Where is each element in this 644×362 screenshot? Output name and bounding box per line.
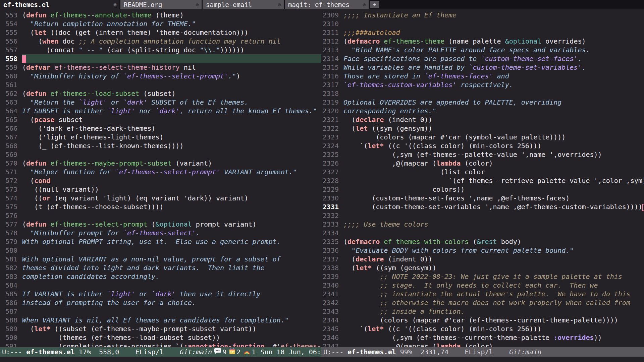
code-line[interactable]: 2319Optional OVERRIDES are appended to P… [321,98,644,107]
code-line[interactable]: 2343 ;; inside a function. [321,307,644,316]
code-line[interactable]: 561 [0,80,321,89]
code-line[interactable]: 2309;;;; Instantiate an Ef theme [321,11,644,19]
close-icon[interactable]: ⊗ [278,1,281,8]
tab-ef-themes-el[interactable]: ef-themes.el⊗ [0,0,119,9]
code-text: ;; stage. It only needs to collect each … [343,281,644,290]
code-area-left[interactable]: 553(defun ef-themes--annotate-theme (the… [0,9,321,347]
code-line[interactable]: 558 [0,54,321,63]
code-line[interactable]: 569 [0,150,321,159]
code-line[interactable]: 580 [0,246,321,255]
code-area-right[interactable]: 2309;;;; Instantiate an Ef theme23102311… [321,9,644,347]
speech-bubble-badge[interactable]: 9 [214,348,226,356]
code-line[interactable]: 568 (_ (ef-themes--list-known-themes)))) [0,141,321,150]
code-line[interactable]: 564If SUBSET is neither `light' nor `dar… [0,107,321,115]
tab-magit-ef-themes[interactable]: magit: ef-themes⊗ [285,0,369,9]
new-tab-button[interactable]: + [370,1,379,8]
code-line[interactable]: 2342 ;; otherwise the macro does not wor… [321,298,644,307]
code-line[interactable]: 576 [0,211,321,220]
code-line[interactable]: 572 (cond [0,176,321,185]
code-line[interactable]: 2337 (declare (indent 0)) [321,255,644,263]
code-line[interactable]: 2320corresponding entries." [321,107,644,115]
code-segment: ((c '((class color) (min-colors 256))) [384,325,541,333]
code-text: (custom-theme-set-faces ',name ,@ef-them… [343,194,644,202]
code-line[interactable]: 2330 (custom-theme-set-faces ',name ,@ef… [321,194,644,202]
code-line[interactable]: 589 (let* ((subset (ef-themes--maybe-pro… [0,324,321,333]
mode-line-left[interactable]: U:--- ef-themes.el 17% 558,0 ELisp/l Git… [0,347,321,357]
code-line[interactable]: 2310 [321,19,644,28]
code-line[interactable]: 2341 ;; instantiate the actual theme's p… [321,290,644,298]
code-line[interactable]: 586instead of prompting the user for a c… [0,298,321,307]
code-line[interactable]: 566 ('dark ef-themes-dark-themes) [0,124,321,133]
code-line[interactable]: 2346 (,sym (ef-themes--current-theme-pal… [321,333,644,342]
close-icon[interactable]: ⊗ [363,1,366,8]
rainbow-badge[interactable]: 1 [243,348,256,356]
calendar-badge[interactable]: 2 [229,348,240,356]
code-line[interactable]: 583completion candidates accordingly. [0,272,321,281]
code-line[interactable]: 553(defun ef-themes--annotate-theme (the… [0,11,321,19]
close-icon[interactable]: ⊗ [196,1,199,8]
code-line[interactable]: 2326 ,@(mapcar (lambda (color) [321,159,644,168]
code-line[interactable]: 2332 [321,211,644,220]
code-line[interactable]: 574 ((or (eq variant 'light) (eq variant… [0,194,321,202]
code-line[interactable]: 2315While variables are handled by `cust… [321,63,644,72]
code-line[interactable]: 2311;;;###autoload [321,28,644,37]
code-line[interactable]: 2339 ;; NOTE 2022-08-23: We just give it… [321,272,644,281]
code-line[interactable]: 578 "Minibuffer prompt for `ef-themes-se… [0,229,321,237]
code-line[interactable]: 567 ('light ef-themes-light-themes) [0,133,321,141]
tab-readme-org[interactable]: README.org⊗ [120,0,202,9]
code-line[interactable]: 2347 ,@(mapcar (lambda (color) [321,342,644,347]
code-line[interactable]: 555 (let ((doc (get (intern theme) 'them… [0,28,321,37]
code-line[interactable]: 2336 "Evaluate BODY with colors from cur… [321,246,644,255]
code-line[interactable]: 562(defun ef-themes--load-subset (subset… [0,89,321,98]
code-text: ;;;; Use theme colors [343,220,644,229]
code-line[interactable]: 2331 (custom-theme-set-variables ',name … [321,202,644,211]
close-icon[interactable]: ⊗ [113,1,117,8]
code-line[interactable]: 2322 (let ((sym (gensym)) [321,124,644,133]
code-line[interactable]: 579With optional PROMPT string, use it. … [0,237,321,246]
code-line[interactable]: 587 [0,307,321,316]
code-line[interactable]: 2325 (,sym (ef-themes--palette-value ',n… [321,150,644,159]
code-line[interactable]: 582themes divided into light and dark va… [0,263,321,272]
code-line[interactable]: 563 "Return the `light' or `dark' SUBSET… [0,98,321,107]
code-line[interactable]: 2340 ;; stage. It only needs to collect … [321,281,644,290]
code-line[interactable]: 573 ((null variant)) [0,185,321,194]
code-line[interactable]: 560 "Minibuffer history of `ef-themes--s… [0,72,321,80]
code-line[interactable]: 557 (concat " -- " (car (split-string do… [0,46,321,54]
code-line[interactable]: 2344 (colors (mapcar #'car (ef-themes--c… [321,316,644,324]
code-line[interactable]: 556 (when doc ;; A completion annotation… [0,37,321,46]
code-line[interactable]: 584 [0,281,321,290]
code-segment: ( [343,124,356,132]
code-line[interactable]: 588When VARIANT is nil, all Ef themes ar… [0,316,321,324]
code-line[interactable]: 2313 "Bind NAME's color PALETTE around f… [321,46,644,54]
line-number: 2337 [321,255,339,263]
tab-sample-email[interactable]: sample-email⊗ [203,0,284,9]
code-line[interactable]: 2317`ef-themes-custom-variables' respect… [321,80,644,89]
code-line[interactable]: 585If VARIANT is either `light' or `dark… [0,290,321,298]
code-line[interactable]: 591 (completion-extra-properties `(:anno… [0,342,321,347]
code-line[interactable]: 2324 `(let* ((c '((class color) (min-col… [321,141,644,150]
code-line[interactable]: 577(defun ef-themes--select-prompt (&opt… [0,220,321,229]
code-line[interactable]: 590 (themes (ef-themes--load-subset subs… [0,333,321,342]
code-line[interactable]: 565 (pcase subset [0,115,321,124]
code-line[interactable]: 2345 `(let* ((c '((class color) (min-col… [321,324,644,333]
code-line[interactable]: 2312(defmacro ef-themes-theme (name pale… [321,37,644,46]
code-line[interactable]: 581With optional VARIANT as a non-nil va… [0,255,321,263]
code-line[interactable]: 575 (t (ef-themes--choose-subset)))) [0,202,321,211]
code-line[interactable]: 2338 (let* ((sym (gensym)) [321,263,644,272]
code-line[interactable]: 2329 colors)) [321,185,644,194]
code-line[interactable]: 570(defun ef-themes--maybe-prompt-subset… [0,159,321,168]
code-line[interactable]: 554 "Return completion annotation for TH… [0,19,321,28]
code-line[interactable]: 2327 (list color [321,168,644,176]
mode-line-right[interactable]: U:--- ef-themes.el 99% 2331,74 ELisp/l G… [321,347,644,357]
code-line[interactable]: 2333;;;; Use theme colors [321,220,644,229]
code-line[interactable]: 2335(defmacro ef-themes-with-colors (&re… [321,237,644,246]
code-line[interactable]: 2323 (colors (mapcar #'car (symbol-value… [321,133,644,141]
code-line[interactable]: 571 "Helper function for `ef-themes--sel… [0,168,321,176]
code-line[interactable]: 2314Face specifications are passed to `c… [321,54,644,63]
code-line[interactable]: 2316Those are stored in `ef-themes-faces… [321,72,644,80]
code-line[interactable]: 2318 [321,89,644,98]
code-line[interactable]: 2328 `(ef-themes--retrieve-palette-value… [321,176,644,185]
code-line[interactable]: 2321 (declare (indent 0)) [321,115,644,124]
code-line[interactable]: 559(defvar ef-themes--select-theme-histo… [0,63,321,72]
code-line[interactable]: 2334 [321,229,644,237]
